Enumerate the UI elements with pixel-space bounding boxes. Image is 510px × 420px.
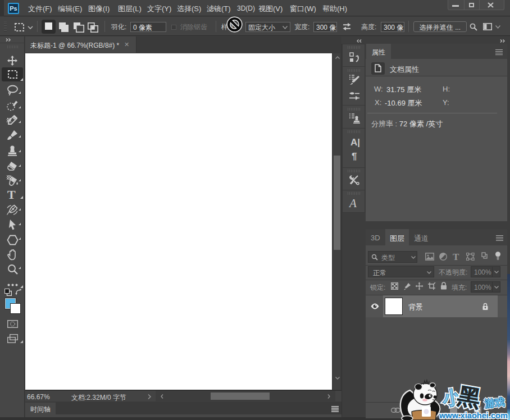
svg-text:黑: 黑 (456, 383, 482, 411)
svg-text:游戏: 游戏 (484, 396, 506, 409)
svg-text:www.xiaohei.com: www.xiaohei.com (439, 410, 508, 420)
